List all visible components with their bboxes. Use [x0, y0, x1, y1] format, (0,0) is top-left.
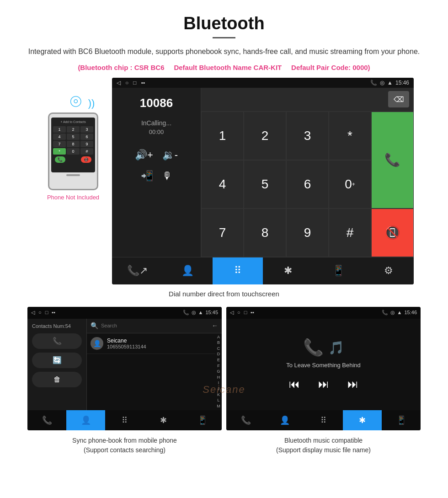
contacts-sync-btn[interactable]: 🔄 — [32, 353, 82, 368]
music-keypad-tab[interactable]: ⠿ — [304, 410, 343, 430]
contacts-search-input[interactable] — [101, 323, 209, 328]
dial-input[interactable] — [206, 95, 388, 104]
call-button[interactable]: 📞 — [371, 112, 414, 209]
contacts-recents-icon[interactable]: □ — [45, 310, 48, 316]
alpha-b[interactable]: B — [217, 340, 220, 346]
alpha-c[interactable]: C — [217, 346, 220, 352]
wifi-icon: ▲ — [387, 80, 393, 86]
description-text: Integrated with BC6 Bluetooth module, su… — [27, 46, 421, 58]
key-1[interactable]: 1 — [201, 112, 244, 160]
dial-status-bar: ◁ ○ □ ▪▪ 📞 ◎ ▲ 15:46 — [112, 78, 414, 88]
alpha-h[interactable]: H — [217, 375, 220, 380]
key-6[interactable]: 6 — [286, 160, 329, 209]
contacts-loc-icon: ◎ — [192, 310, 196, 316]
contacts-sidebar: Contacts Num:54 📞 🔄 🗑 — [27, 319, 87, 410]
alpha-a[interactable]: A — [217, 334, 220, 340]
bluetooth-icon: ⦾ )) — [43, 91, 121, 111]
contacts-tab-btn[interactable]: 👤 — [66, 410, 105, 430]
alpha-l[interactable]: L — [217, 397, 219, 403]
music-time: 15:46 — [404, 310, 417, 316]
contacts-caption-line1: Sync phone-book from mobile phone — [72, 437, 177, 444]
alpha-j[interactable]: J — [218, 386, 220, 392]
contacts-count: Contacts Num:54 — [32, 323, 82, 329]
music-wifi-icon: ▲ — [397, 310, 402, 316]
contacts-status-right: 📞 ◎ ▲ 15:45 — [183, 310, 218, 316]
music-song-title: To Leave Something Behind — [286, 362, 361, 369]
bluetooth-bottom-btn[interactable]: ✱ — [263, 257, 313, 284]
key-8[interactable]: 8 — [244, 209, 286, 257]
music-caption-line2: (Support display music file name) — [276, 446, 371, 454]
contacts-list-area: 👤 Seicane 10655059113144 A B C D — [87, 333, 222, 410]
music-contacts-tab[interactable]: 👤 — [265, 410, 304, 430]
key-7[interactable]: 7 — [201, 209, 244, 257]
time-display: 15:46 — [395, 80, 409, 86]
music-caption: Bluetooth music compatible (Support disp… — [226, 436, 421, 455]
music-bt-tab[interactable]: ✱ — [343, 410, 382, 430]
mute-button[interactable]: 🎙 — [162, 170, 172, 182]
key-5[interactable]: 5 — [244, 160, 286, 209]
music-play-next-btn[interactable]: ⏭ — [318, 378, 329, 391]
alpha-e[interactable]: E — [217, 357, 220, 363]
vol-up-button[interactable]: 🔊+ — [135, 149, 153, 161]
transfer-button[interactable]: 📲 — [141, 170, 153, 182]
alpha-f[interactable]: F — [217, 363, 220, 369]
contacts-bt-btn[interactable]: ✱ — [144, 410, 183, 430]
home-icon[interactable]: ○ — [125, 80, 128, 86]
music-loc-icon: ◎ — [390, 310, 395, 316]
back-icon[interactable]: ◁ — [117, 80, 121, 86]
music-home-icon[interactable]: ○ — [237, 310, 240, 316]
contact-item[interactable]: 👤 Seicane 10655059113144 — [87, 333, 215, 354]
alpha-i[interactable]: I — [218, 380, 219, 386]
key-9[interactable]: 9 — [286, 209, 329, 257]
settings-bottom-btn[interactable]: ⚙ — [363, 257, 414, 284]
dial-bottom-bar: 📞↗ 👤 ⠿ ✱ 📱 ⚙ — [112, 257, 414, 284]
key-3[interactable]: 3 — [286, 112, 329, 160]
contacts-delete-btn[interactable]: 🗑 — [32, 372, 82, 387]
contacts-wifi-icon: ▲ — [198, 310, 203, 316]
dial-calling-status: InCalling... — [141, 119, 171, 127]
music-device-tab[interactable]: 📱 — [382, 410, 421, 430]
status-left: ◁ ○ □ ▪▪ — [117, 80, 145, 86]
device-bottom-btn[interactable]: 📱 — [313, 257, 363, 284]
contact-avatar: 👤 — [91, 337, 103, 350]
contacts-back-icon[interactable]: ◁ — [31, 310, 35, 316]
vol-down-button[interactable]: 🔉- — [162, 149, 178, 161]
music-back-icon[interactable]: ◁ — [230, 310, 234, 316]
phonebook-bottom-btn[interactable]: 📞↗ — [112, 257, 162, 284]
keypad-bottom-btn[interactable]: ⠿ — [213, 257, 263, 284]
search-back-icon[interactable]: ← — [212, 322, 218, 329]
key-0plus[interactable]: 0+ — [329, 160, 371, 209]
alpha-k[interactable]: K — [217, 392, 220, 398]
contacts-caption: Sync phone-book from mobile phone (Suppo… — [27, 436, 222, 455]
music-status-right: 📞 ◎ ▲ 15:46 — [382, 310, 417, 316]
dial-timer: 00:00 — [149, 129, 164, 135]
contacts-list: 👤 Seicane 10655059113144 — [87, 333, 215, 410]
recents-icon[interactable]: □ — [133, 80, 136, 86]
contacts-device-btn[interactable]: 📱 — [183, 410, 222, 430]
alpha-g[interactable]: G — [217, 369, 220, 375]
key-star[interactable]: * — [329, 112, 371, 160]
contacts-call-btn[interactable]: 📞 — [32, 333, 82, 349]
end-call-button[interactable]: 📵 — [371, 209, 414, 257]
music-phone-tab[interactable]: 📞 — [226, 410, 265, 430]
dial-input-row: ⌫ — [201, 88, 414, 112]
backspace-button[interactable]: ⌫ — [388, 91, 409, 107]
contacts-phone-btn[interactable]: 📞 — [27, 410, 66, 430]
alpha-d[interactable]: D — [217, 351, 220, 357]
contacts-home-icon[interactable]: ○ — [38, 310, 42, 316]
music-status-bar: ◁ ○ □ ▪▪ 📞 ◎ ▲ 15:46 — [226, 307, 421, 319]
bottom-screens: ◁ ○ □ ▪▪ 📞 ◎ ▲ 15:45 Contacts Num:54 📞 — [0, 307, 448, 430]
music-notif-icon: ▪▪ — [251, 310, 254, 316]
music-prev-btn[interactable]: ⏮ — [289, 378, 300, 391]
title-underline — [213, 37, 235, 38]
contacts-keypad-btn[interactable]: ⠿ — [105, 410, 144, 430]
key-2[interactable]: 2 — [244, 112, 286, 160]
dial-left-panel: 10086 InCalling... 00:00 🔊+ 🔉- 📲 🎙 — [112, 88, 201, 257]
music-recents-icon[interactable]: □ — [244, 310, 247, 316]
alpha-m[interactable]: M — [217, 403, 220, 409]
music-next-btn[interactable]: ⏭ — [347, 378, 358, 391]
key-hash[interactable]: # — [329, 209, 371, 257]
contacts-screen: ◁ ○ □ ▪▪ 📞 ◎ ▲ 15:45 Contacts Num:54 📞 — [27, 307, 222, 430]
key-4[interactable]: 4 — [201, 160, 244, 209]
contacts-bottom-btn[interactable]: 👤 — [162, 257, 213, 284]
